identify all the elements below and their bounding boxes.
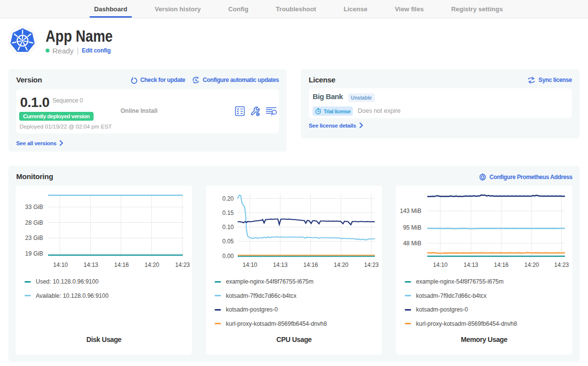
svg-text:14:16: 14:16 [303, 261, 318, 268]
svg-text:14:13: 14:13 [83, 261, 98, 268]
svg-text:14:23: 14:23 [554, 261, 569, 268]
svg-text:14:16: 14:16 [494, 261, 509, 268]
svg-text:14:16: 14:16 [114, 261, 129, 268]
svg-text:14:13: 14:13 [273, 261, 288, 268]
svg-text:14:10: 14:10 [243, 261, 257, 268]
svg-text:19 GiB: 19 GiB [25, 250, 43, 257]
svg-text:23 GiB: 23 GiB [25, 235, 43, 241]
svg-text:14:23: 14:23 [364, 261, 379, 268]
svg-text:143 MiB: 143 MiB [400, 208, 421, 214]
svg-text:0.05: 0.05 [222, 238, 234, 245]
svg-text:33 GiB: 33 GiB [25, 204, 43, 210]
svg-text:28 GiB: 28 GiB [25, 219, 43, 226]
svg-text:0.20: 0.20 [222, 195, 234, 202]
svg-text:14:13: 14:13 [464, 261, 478, 268]
svg-text:14:23: 14:23 [175, 261, 190, 268]
svg-text:14:20: 14:20 [334, 261, 348, 268]
svg-text:0.15: 0.15 [222, 209, 234, 216]
svg-text:14:20: 14:20 [524, 261, 539, 268]
svg-text:0.10: 0.10 [222, 224, 234, 231]
svg-text:14:20: 14:20 [145, 261, 159, 268]
svg-text:14:10: 14:10 [53, 261, 68, 268]
svg-text:48 MiB: 48 MiB [403, 240, 421, 247]
svg-text:0.00: 0.00 [222, 253, 234, 260]
svg-text:95 MiB: 95 MiB [403, 224, 421, 231]
svg-text:14:10: 14:10 [433, 261, 447, 268]
